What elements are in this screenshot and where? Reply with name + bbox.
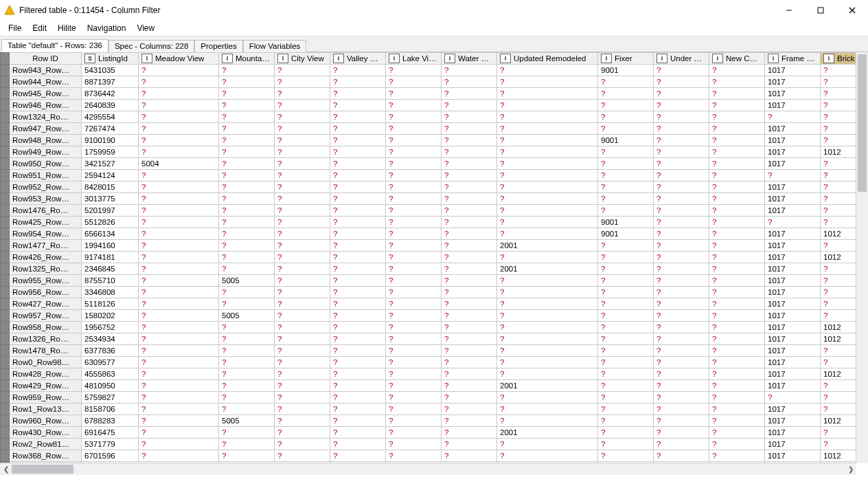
cell-under[interactable]: ? — [654, 111, 709, 123]
row-stub[interactable] — [1, 193, 10, 205]
cell-lake[interactable]: ? — [386, 65, 442, 76]
cell-listing[interactable]: 6701596 — [82, 450, 139, 462]
cell-listing[interactable]: 5371779 — [82, 439, 139, 450]
cell-under[interactable]: ? — [654, 368, 709, 380]
col-header-meadow[interactable]: IMeadow View — [139, 53, 219, 65]
cell-fixer[interactable]: 9001 — [598, 217, 654, 228]
cell-under[interactable]: ? — [654, 65, 709, 76]
cell-meadow[interactable]: ? — [139, 345, 219, 357]
table-row[interactable]: Row2_Row81…5371779??????????1017?? — [1, 439, 857, 450]
cell-frame[interactable]: ? — [765, 217, 821, 228]
table-row[interactable]: Row1477_Ro…1994160??????2001???1017?? — [1, 240, 857, 252]
cell-updated[interactable]: ? — [497, 298, 598, 310]
cell-updated[interactable]: ? — [497, 450, 598, 462]
cell-meadow[interactable]: ? — [139, 333, 219, 345]
cell-lake[interactable]: ? — [386, 450, 442, 462]
table-row[interactable]: Row950_Row…34215275004?????????1017?? — [1, 158, 857, 170]
cell-water[interactable]: ? — [442, 275, 497, 287]
cell-water[interactable]: ? — [442, 88, 497, 100]
row-id-cell[interactable]: Row0_Row98… — [10, 357, 82, 368]
cell-valley[interactable]: ? — [330, 76, 386, 88]
cell-brick[interactable]: ? — [821, 392, 857, 404]
cell-mountain[interactable]: ? — [219, 439, 275, 450]
cell-under[interactable]: ? — [654, 146, 709, 158]
cell-newco[interactable]: ? — [709, 392, 765, 404]
cell-under[interactable]: ? — [654, 170, 709, 181]
cell-listing[interactable]: 8755710 — [82, 275, 139, 287]
row-id-cell[interactable]: Row1326_Ro… — [10, 333, 82, 345]
cell-city[interactable]: ? — [275, 450, 330, 462]
menu-edit[interactable]: Edit — [27, 22, 52, 34]
cell-fixer[interactable]: ? — [598, 287, 654, 298]
cell-listing[interactable]: 2534934 — [82, 333, 139, 345]
cell-frame[interactable]: 1017 — [765, 450, 821, 462]
cell-frame[interactable]: 1017 — [765, 158, 821, 170]
cell-city[interactable]: ? — [275, 415, 330, 427]
col-header-water[interactable]: IWater … — [442, 53, 497, 65]
cell-valley[interactable]: ? — [330, 427, 386, 439]
maximize-button[interactable] — [805, 0, 836, 21]
cell-fixer[interactable]: ? — [598, 275, 654, 287]
row-stub[interactable] — [1, 275, 10, 287]
cell-valley[interactable]: ? — [330, 263, 386, 275]
row-id-cell[interactable]: Row1324_Ro… — [10, 111, 82, 123]
cell-fixer[interactable]: ? — [598, 252, 654, 263]
row-id-cell[interactable]: Row951_Row… — [10, 170, 82, 181]
cell-mountain[interactable]: ? — [219, 146, 275, 158]
cell-updated[interactable]: ? — [497, 181, 598, 193]
cell-valley[interactable]: ? — [330, 65, 386, 76]
cell-fixer[interactable]: ? — [598, 76, 654, 88]
table-row[interactable]: Row955_Row…8755710?5005????????1017?? — [1, 275, 857, 287]
cell-fixer[interactable]: ? — [598, 193, 654, 205]
cell-water[interactable]: ? — [442, 287, 497, 298]
cell-lake[interactable]: ? — [386, 345, 442, 357]
cell-fixer[interactable]: ? — [598, 392, 654, 404]
cell-newco[interactable]: ? — [709, 76, 765, 88]
cell-lake[interactable]: ? — [386, 368, 442, 380]
table-row[interactable]: Row948_Row…9100190???????9001??1017?? — [1, 135, 857, 146]
cell-meadow[interactable]: ? — [139, 193, 219, 205]
cell-mountain[interactable]: ? — [219, 88, 275, 100]
cell-under[interactable]: ? — [654, 357, 709, 368]
cell-newco[interactable]: ? — [709, 287, 765, 298]
cell-under[interactable]: ? — [654, 333, 709, 345]
cell-meadow[interactable]: ? — [139, 322, 219, 333]
cell-listing[interactable]: 5431035 — [82, 65, 139, 76]
cell-updated[interactable]: ? — [497, 228, 598, 240]
cell-city[interactable]: ? — [275, 158, 330, 170]
cell-under[interactable]: ? — [654, 158, 709, 170]
cell-city[interactable]: ? — [275, 404, 330, 415]
cell-under[interactable]: ? — [654, 240, 709, 252]
cell-brick[interactable]: ? — [821, 100, 857, 111]
cell-mountain[interactable]: ? — [219, 287, 275, 298]
cell-listing[interactable]: 5118126 — [82, 298, 139, 310]
cell-fixer[interactable]: ? — [598, 415, 654, 427]
scroll-left-arrow[interactable]: ❮ — [0, 463, 12, 475]
cell-brick[interactable]: ? — [821, 158, 857, 170]
row-id-cell[interactable]: Row946_Row… — [10, 100, 82, 111]
cell-brick[interactable]: 1012 — [821, 228, 857, 240]
cell-listing[interactable]: 1956752 — [82, 322, 139, 333]
cell-fixer[interactable]: ? — [598, 404, 654, 415]
row-stub[interactable] — [1, 170, 10, 181]
cell-brick[interactable]: ? — [821, 298, 857, 310]
cell-newco[interactable]: ? — [709, 100, 765, 111]
cell-brick[interactable]: ? — [821, 217, 857, 228]
row-id-cell[interactable]: Row1476_Ro… — [10, 205, 82, 217]
col-header-newco[interactable]: INew Co… — [709, 53, 765, 65]
row-stub[interactable] — [1, 310, 10, 322]
table-row[interactable]: Row957_Row…1580202?5005????????1017?? — [1, 310, 857, 322]
cell-under[interactable]: ? — [654, 193, 709, 205]
cell-city[interactable]: ? — [275, 275, 330, 287]
cell-frame[interactable]: 1017 — [765, 333, 821, 345]
cell-updated[interactable]: ? — [497, 193, 598, 205]
cell-newco[interactable]: ? — [709, 181, 765, 193]
cell-valley[interactable]: ? — [330, 240, 386, 252]
cell-listing[interactable]: 1994160 — [82, 240, 139, 252]
cell-valley[interactable]: ? — [330, 450, 386, 462]
cell-lake[interactable]: ? — [386, 263, 442, 275]
row-id-cell[interactable]: Row950_Row… — [10, 158, 82, 170]
cell-brick[interactable]: 1012 — [821, 322, 857, 333]
table-row[interactable]: Row946_Row…2640839??????????1017?? — [1, 100, 857, 111]
cell-under[interactable]: ? — [654, 205, 709, 217]
